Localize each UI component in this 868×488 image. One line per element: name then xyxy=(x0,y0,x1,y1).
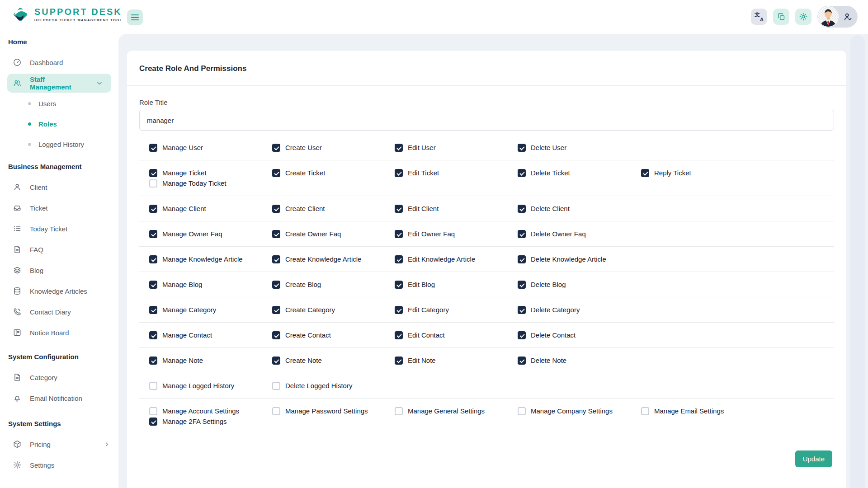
permission-label: Delete Ticket xyxy=(531,169,570,177)
sidebar-item-category[interactable]: Category xyxy=(0,367,118,388)
sidebar-item-knowledge-articles[interactable]: Knowledge Articles xyxy=(0,281,118,301)
permission-checkbox[interactable] xyxy=(149,407,157,415)
permission-checkbox[interactable] xyxy=(149,418,157,426)
permission-checkbox[interactable] xyxy=(272,407,280,415)
permission-checkbox[interactable] xyxy=(395,255,403,263)
permission-checkbox[interactable] xyxy=(149,205,157,213)
permission-item-delete-ticket: Delete Ticket xyxy=(518,169,641,177)
settings-quick-button[interactable] xyxy=(795,9,811,25)
sidebar-item-contact-diary[interactable]: Contact Diary xyxy=(0,301,118,322)
permission-checkbox[interactable] xyxy=(149,179,157,188)
permission-checkbox[interactable] xyxy=(518,169,526,177)
permission-checkbox[interactable] xyxy=(518,144,526,152)
sidebar-subitem-users[interactable]: Users xyxy=(21,94,118,114)
sidebar-item-email-notification[interactable]: Email Notification xyxy=(0,388,118,408)
permission-checkbox[interactable] xyxy=(518,407,526,415)
permission-checkbox[interactable] xyxy=(518,357,526,365)
permission-item-edit-user: Edit User xyxy=(395,144,518,152)
permission-checkbox[interactable] xyxy=(395,205,403,213)
permission-item-manage-user: Manage User xyxy=(149,144,272,152)
layers-icon xyxy=(13,266,22,275)
permission-checkbox[interactable] xyxy=(518,255,526,263)
sidebar-subitem-logged-history[interactable]: Logged History xyxy=(21,134,118,155)
permission-checkbox[interactable] xyxy=(272,331,280,339)
sidebar-item-pricing[interactable]: Pricing xyxy=(0,434,118,455)
permission-checkbox[interactable] xyxy=(272,255,280,263)
permission-checkbox[interactable] xyxy=(149,281,157,289)
permission-checkbox[interactable] xyxy=(272,144,280,152)
update-button[interactable]: Update xyxy=(795,450,832,467)
sidebar-item-staff-management[interactable]: Staff Management xyxy=(7,74,111,93)
permission-checkbox[interactable] xyxy=(149,382,157,390)
permission-checkbox[interactable] xyxy=(272,382,280,390)
doc-icon xyxy=(13,373,22,382)
permission-label: Manage Today Ticket xyxy=(162,179,226,187)
sidebar-item-ticket[interactable]: Ticket xyxy=(0,197,118,218)
sidebar-section-title-system-settings: System Settings xyxy=(8,420,118,427)
permission-checkbox[interactable] xyxy=(395,230,403,238)
permission-label: Manage Blog xyxy=(162,281,202,288)
permission-checkbox[interactable] xyxy=(149,255,157,263)
role-permissions-card: Create Role And Permissions Role Title M… xyxy=(127,51,846,488)
copy-button[interactable] xyxy=(773,9,789,25)
permission-checkbox[interactable] xyxy=(272,169,280,177)
sidebar-item-client[interactable]: Client xyxy=(0,177,118,197)
permission-checkbox[interactable] xyxy=(395,169,403,177)
permission-checkbox[interactable] xyxy=(395,306,403,314)
permission-item-delete-knowledge-article: Delete Knowledge Article xyxy=(518,255,641,263)
permission-row: Manage NoteCreate NoteEdit NoteDelete No… xyxy=(139,348,834,373)
permission-item-manage-logged-history: Manage Logged History xyxy=(149,382,272,390)
permission-checkbox[interactable] xyxy=(518,281,526,289)
permission-checkbox[interactable] xyxy=(518,331,526,339)
sidebar-submenu: UsersRolesLogged History xyxy=(21,94,118,155)
permission-checkbox[interactable] xyxy=(641,169,649,177)
permission-checkbox[interactable] xyxy=(272,230,280,238)
permission-checkbox[interactable] xyxy=(395,331,403,339)
permission-checkbox[interactable] xyxy=(272,357,280,365)
language-translate-button[interactable]: 文A xyxy=(751,9,767,25)
permission-checkbox[interactable] xyxy=(149,144,157,152)
vertical-scrollbar[interactable] xyxy=(850,35,865,488)
permission-label: Edit Ticket xyxy=(408,169,439,177)
sidebar-item-settings[interactable]: Settings xyxy=(0,455,118,475)
sidebar-section-title-business-management: Business Management xyxy=(8,163,118,170)
sidebar-toggle-button[interactable] xyxy=(127,9,143,25)
role-title-input[interactable] xyxy=(139,110,834,131)
permission-checkbox[interactable] xyxy=(149,331,157,339)
permission-label: Edit Knowledge Article xyxy=(408,255,475,263)
permission-checkbox[interactable] xyxy=(395,144,403,152)
sidebar-item-label: FAQ xyxy=(30,246,118,253)
permission-label: Manage General Settings xyxy=(408,407,485,415)
permission-checkbox[interactable] xyxy=(272,281,280,289)
sidebar-item-label: Dashboard xyxy=(30,59,118,66)
sidebar-subitem-roles[interactable]: Roles xyxy=(21,114,118,134)
permission-item-edit-category: Edit Category xyxy=(395,306,518,314)
permission-checkbox[interactable] xyxy=(272,306,280,314)
sidebar-item-notice-board[interactable]: Notice Board xyxy=(0,322,118,343)
permission-checkbox[interactable] xyxy=(395,281,403,289)
permission-checkbox[interactable] xyxy=(149,169,157,177)
permission-checkbox[interactable] xyxy=(518,230,526,238)
permission-label: Manage Ticket xyxy=(162,169,207,177)
permission-checkbox[interactable] xyxy=(395,407,403,415)
permission-checkbox[interactable] xyxy=(395,357,403,365)
permission-item-reply-ticket: Reply Ticket xyxy=(641,169,821,177)
permission-checkbox[interactable] xyxy=(149,306,157,314)
permission-checkbox[interactable] xyxy=(149,357,157,365)
permission-checkbox[interactable] xyxy=(641,407,649,415)
permission-label: Create Contact xyxy=(285,331,331,339)
permission-label: Delete Logged History xyxy=(285,382,352,389)
sidebar-item-today-ticket[interactable]: Today Ticket xyxy=(0,218,118,239)
profile-menu[interactable] xyxy=(817,6,858,28)
sidebar-item-dashboard[interactable]: Dashboard xyxy=(0,52,118,73)
permission-label: Create Ticket xyxy=(285,169,325,177)
sidebar-item-blog[interactable]: Blog xyxy=(0,260,118,281)
sidebar-item-faq[interactable]: FAQ xyxy=(0,239,118,260)
permission-checkbox[interactable] xyxy=(149,230,157,238)
permission-checkbox[interactable] xyxy=(518,205,526,213)
permission-label: Create Client xyxy=(285,205,325,212)
permission-checkbox[interactable] xyxy=(272,205,280,213)
permission-checkbox[interactable] xyxy=(518,306,526,314)
permission-row: Manage BlogCreate BlogEdit BlogDelete Bl… xyxy=(139,272,834,297)
sidebar-item-label: Knowledge Articles xyxy=(30,287,118,295)
